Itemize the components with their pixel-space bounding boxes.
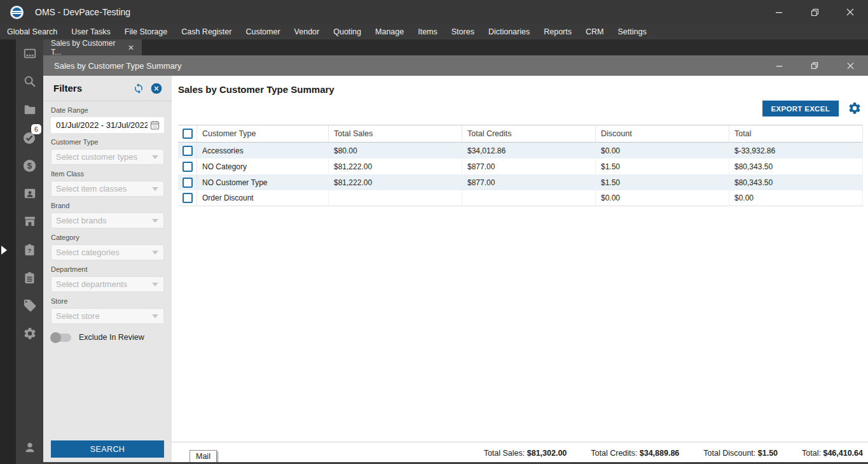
row-checkbox[interactable] (183, 146, 193, 156)
row-checkbox[interactable] (183, 178, 193, 188)
app-logo-icon (10, 6, 24, 19)
store-icon (23, 214, 37, 228)
chevron-down-icon (152, 155, 158, 159)
filter-select[interactable]: Select departments (51, 276, 164, 292)
select-all-checkbox[interactable] (183, 129, 193, 139)
menu-item[interactable]: CRM (579, 24, 610, 39)
close-button[interactable] (832, 0, 868, 24)
grid-settings-button[interactable] (848, 101, 862, 118)
filter-select[interactable]: Select customer types (51, 149, 164, 165)
date-range-label: Date Range (51, 106, 164, 114)
clipboard-list-icon (23, 271, 36, 285)
filters-close-button[interactable] (149, 81, 164, 96)
inner-window-titlebar: Sales by Customer Type Summary (43, 55, 868, 76)
footer-total-label: Total Credits: (591, 449, 637, 458)
menu-item[interactable]: Customer (238, 24, 287, 39)
cell-customer-type: NO Customer Type (197, 174, 329, 190)
refresh-icon (133, 83, 144, 94)
menu-item[interactable]: File Storage (118, 24, 174, 39)
filter-placeholder: Select departments (56, 279, 127, 289)
sidebar-item-stores[interactable] (16, 207, 43, 236)
sidebar-item-quotes[interactable]: ? (16, 236, 43, 264)
tab-label: Sales by Customer T... (51, 39, 119, 57)
export-excel-button[interactable]: EXPORT EXCEL (762, 101, 839, 116)
cell-customer-type: Accessories (197, 143, 329, 158)
menu-item[interactable]: Stores (444, 24, 481, 39)
filter-label: Department (51, 265, 164, 273)
minimize-button[interactable] (761, 0, 797, 24)
sidebar-item-search[interactable] (16, 67, 43, 95)
table-header-row: Customer Type Total Sales Total Credits … (178, 125, 862, 143)
column-header-total-credits[interactable]: Total Credits (462, 125, 596, 142)
menu-item[interactable]: Cash Register (174, 24, 238, 39)
refresh-button[interactable] (131, 81, 146, 96)
filter-placeholder: Select brands (56, 216, 107, 225)
sidebar-item-tags[interactable] (16, 292, 43, 320)
table-row[interactable]: NO Category $81,222.00 $877.00 $1.50 $80… (178, 158, 862, 174)
column-header-total[interactable]: Total (729, 125, 863, 142)
cell-discount: $1.50 (596, 158, 729, 174)
menu-item[interactable]: Global Search (0, 24, 64, 39)
filter-select[interactable]: Select brands (51, 213, 164, 228)
menu-item[interactable]: Reports (537, 24, 579, 39)
panel-expand-arrow-icon[interactable] (1, 246, 7, 255)
column-header-discount[interactable]: Discount (596, 125, 729, 142)
restore-button[interactable] (797, 0, 832, 24)
cell-total-sales: $81,222.00 (329, 174, 462, 190)
footer-total-value: $46,410.64 (823, 449, 863, 458)
tab-close-icon[interactable]: ✕ (128, 43, 134, 52)
filter-select[interactable]: Select store (51, 308, 164, 324)
window-title: OMS - DevPace-Testing (35, 7, 130, 17)
menu-item[interactable]: User Tasks (64, 24, 118, 39)
chevron-down-icon (152, 283, 158, 286)
tag-icon (23, 299, 37, 313)
exclude-in-review-toggle[interactable] (51, 334, 71, 342)
footer-total-value: $81,302.00 (527, 449, 567, 458)
tasks-badge: 6 (31, 124, 41, 134)
row-checkbox[interactable] (183, 162, 193, 172)
cell-total: $-33,932.86 (729, 143, 863, 158)
filter-placeholder: Select customer types (56, 152, 137, 162)
filter-select[interactable]: Select categories (51, 244, 164, 260)
footer-total-label: Total Discount: (703, 449, 755, 458)
sidebar-item-settings[interactable] (16, 320, 43, 348)
sidebar-item-orders[interactable] (16, 264, 43, 292)
mail-tooltip: Mail (189, 450, 217, 463)
gear-icon (23, 327, 37, 341)
date-range-input[interactable] (51, 117, 164, 133)
table-row[interactable]: NO Customer Type $81,222.00 $877.00 $1.5… (178, 174, 862, 190)
column-header-customer-type[interactable]: Customer Type (197, 125, 329, 142)
filter-select[interactable]: Select item classes (51, 181, 164, 197)
menu-item[interactable]: Settings (610, 24, 653, 39)
tab-sales-by-customer-type[interactable]: Sales by Customer T... ✕ (43, 39, 142, 55)
cell-customer-type: Order Discount (197, 190, 329, 206)
icon-sidebar: 6 $ ? (16, 39, 43, 464)
chevron-down-icon (152, 251, 158, 255)
results-table: Customer Type Total Sales Total Credits … (178, 125, 863, 206)
row-checkbox-cell (178, 143, 197, 158)
menu-item[interactable]: Vendor (287, 24, 327, 39)
column-header-total-sales[interactable]: Total Sales (329, 125, 462, 142)
sidebar-item-files[interactable] (16, 95, 43, 123)
inner-minimize-button[interactable] (761, 55, 797, 76)
table-row[interactable]: Order Discount $0.00 $0.00 (178, 190, 862, 206)
menu-item[interactable]: Dictionaries (481, 24, 537, 39)
sidebar-item-dashboard[interactable] (16, 39, 43, 67)
menu-item[interactable]: Quoting (326, 24, 368, 39)
sidebar-item-cash[interactable]: $ (16, 151, 43, 179)
filter-label: Brand (51, 202, 164, 209)
search-button[interactable]: SEARCH (51, 440, 164, 458)
menu-item[interactable]: Manage (368, 24, 411, 39)
inner-restore-button[interactable] (797, 55, 832, 76)
calendar-icon[interactable] (149, 120, 160, 133)
svg-text:$: $ (27, 161, 32, 171)
menubar: Global Search User Tasks File Storage Ca… (0, 24, 868, 39)
sidebar-item-customers[interactable] (16, 179, 43, 207)
row-checkbox[interactable] (183, 193, 193, 203)
filter-label: Customer Type (51, 138, 164, 146)
sidebar-item-user[interactable] (16, 433, 43, 461)
table-row[interactable]: Accessories $80.00 $34,012.86 $0.00 $-33… (178, 143, 862, 158)
sidebar-item-tasks[interactable]: 6 (16, 123, 43, 151)
inner-close-button[interactable] (832, 55, 868, 76)
menu-item[interactable]: Items (411, 24, 444, 39)
